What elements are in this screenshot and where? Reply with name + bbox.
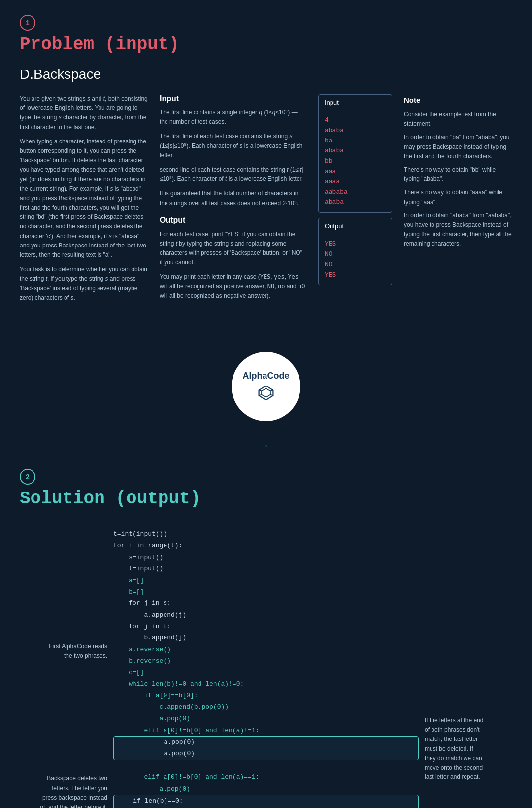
note-p4: There's no way to obtain "aaaa" while ty… xyxy=(404,188,512,207)
note-p1: Consider the example test from the state… xyxy=(404,110,512,129)
output-heading: Output xyxy=(160,216,306,225)
section-solution: 2 Solution (output) First AlphaCode read… xyxy=(0,464,532,808)
section-problem: 1 Problem (input) D.Backspace You are gi… xyxy=(0,0,532,327)
note-p2: In order to obtain "ba" from "ababa", yo… xyxy=(404,133,512,161)
input-box-content: 4 ababa ba ababa bb aaa aaaa aababa abab… xyxy=(319,110,392,212)
right-annotations: If the letters at the endof both phrases… xyxy=(419,528,512,808)
step-1-circle: 1 xyxy=(20,15,35,31)
input-p3: second line ol each test case contains t… xyxy=(160,165,306,184)
note-heading: Note xyxy=(404,94,512,106)
step-2-circle: 2 xyxy=(20,469,35,485)
problem-content: You are given two strings s and t, both … xyxy=(20,94,512,308)
output-p1: For each test case, print "YES" if you c… xyxy=(160,230,306,268)
output-box: Output YES NO NO YES xyxy=(318,218,392,285)
input-p1: The first line contains a single integer… xyxy=(160,108,306,127)
input-box-header: Input xyxy=(319,95,392,110)
input-heading: Input xyxy=(160,94,306,103)
output-box-header: Output xyxy=(319,218,392,234)
code-block: t=int(input()) for i in range(t): s=inpu… xyxy=(113,528,419,808)
alphacode-icon xyxy=(257,384,275,402)
annotation-right-1: If the letters at the endof both phrases… xyxy=(419,716,512,782)
problem-description: You are given two strings s and t, both … xyxy=(20,94,148,308)
problem-title: Problem (input) xyxy=(20,35,512,55)
alphacode-circle: AlphaCode xyxy=(232,352,300,421)
annotation-left-2: Backspace deletes twoletters. The letter… xyxy=(20,774,113,808)
input-output-section: Input The first line contains a single i… xyxy=(160,94,306,308)
input-p2: The first line of each test case contain… xyxy=(160,132,306,160)
output-box-content: YES NO NO YES xyxy=(319,234,392,285)
input-box: Input 4 ababa ba ababa bb aaa aaaa aabab… xyxy=(318,94,392,213)
desc-p2: When typing a character, instead of pres… xyxy=(20,137,148,260)
desc-p1: You are given two strings s and t, both … xyxy=(20,94,148,132)
left-annotations: First AlphaCode readsthe two phrases. Ba… xyxy=(20,528,113,808)
connector-line-top xyxy=(266,337,266,352)
problem-name: D.Backspace xyxy=(20,67,512,82)
note-p3: There's no way to obtain "bb" while typi… xyxy=(404,165,512,184)
arrow-down-icon: ↓ xyxy=(264,438,268,449)
code-center: t=int(input()) for i in range(t): s=inpu… xyxy=(113,528,419,808)
solution-code-layout: First AlphaCode readsthe two phrases. Ba… xyxy=(20,528,512,808)
solution-title: Solution (output) xyxy=(20,489,512,509)
output-p2: You may print each letter in any case (Y… xyxy=(160,272,306,301)
alphacode-connector: AlphaCode ↓ xyxy=(0,327,532,464)
note-p5: In order to obtain "ababa" from "aababa"… xyxy=(404,211,512,249)
alphacode-label: AlphaCode xyxy=(242,371,289,381)
note-section: Note Consider the example test from the … xyxy=(404,94,512,308)
desc-p3: Your task is to determine whether you ca… xyxy=(20,265,148,303)
io-example: Input 4 ababa ba ababa bb aaa aaaa aabab… xyxy=(318,94,392,308)
input-p4: It is guaranteed that the total number o… xyxy=(160,189,306,208)
connector-line-bottom xyxy=(266,421,266,436)
annotation-left-1: First AlphaCode readsthe two phrases. xyxy=(20,642,113,661)
svg-marker-1 xyxy=(262,388,270,397)
